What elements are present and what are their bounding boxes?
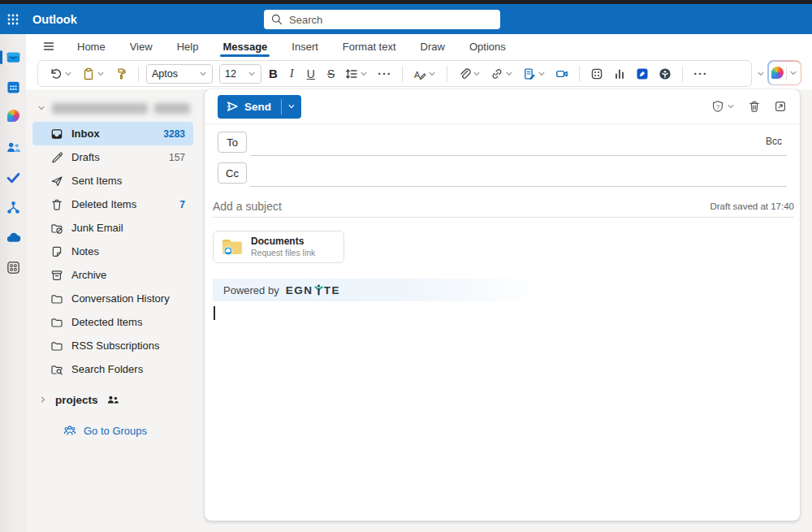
tab-home[interactable]: Home	[65, 35, 118, 58]
message-body-input[interactable]	[205, 288, 800, 521]
tab-options[interactable]: Options	[457, 35, 518, 58]
search-input[interactable]: Search	[264, 10, 500, 29]
addin-button[interactable]	[633, 65, 652, 83]
send-options-button[interactable]	[282, 95, 301, 119]
poll-button[interactable]	[610, 65, 629, 83]
sensitivity-button[interactable]: ?	[711, 100, 735, 113]
rail-apps-button[interactable]	[0, 253, 26, 283]
more-formatting-button[interactable]: ···	[374, 67, 395, 80]
insert-link-button[interactable]	[487, 65, 516, 83]
account-name-redacted	[52, 103, 148, 114]
compose-panel: Send ? To Bcc Cc Add a subject Draft sav…	[205, 89, 800, 521]
chevron-down-icon	[505, 70, 513, 78]
undo-icon	[50, 67, 63, 80]
rail-mail-button[interactable]	[0, 42, 26, 72]
collapse-ribbon-button[interactable]	[757, 70, 765, 78]
font-select[interactable]: Aptos	[146, 64, 213, 84]
underline-button[interactable]: U	[302, 67, 320, 80]
tab-format-text[interactable]: Format text	[330, 35, 408, 58]
toolbar-divider	[682, 66, 683, 82]
compose-header-actions: ?	[711, 100, 787, 113]
ribbon-tab-row: HomeViewHelpMessageInsertFormat textDraw…	[26, 34, 518, 58]
rail-todo-button[interactable]	[0, 162, 26, 192]
rail-onedrive-button[interactable]	[0, 223, 26, 253]
line-spacing-icon	[345, 67, 358, 80]
group-label: projects	[55, 394, 98, 406]
chevron-down-icon	[789, 69, 797, 77]
to-input[interactable]: Bcc	[250, 132, 787, 156]
rail-org-button[interactable]	[0, 192, 26, 223]
folder-item-rss-subscriptions[interactable]: RSS Subscriptions	[32, 334, 193, 357]
italic-button[interactable]: I	[285, 67, 299, 80]
search-folder-icon	[50, 363, 63, 376]
org-icon	[6, 200, 21, 215]
folder-item-junk-email[interactable]: Junk Email	[32, 216, 193, 240]
folder-label: Deleted Items	[71, 198, 136, 210]
folder-item-inbox[interactable]: Inbox3283	[32, 122, 193, 145]
people-small-icon	[106, 393, 119, 406]
folder-label: Inbox	[71, 128, 100, 140]
cc-input[interactable]	[250, 162, 787, 187]
rail-people-button[interactable]	[0, 132, 26, 162]
hamburger-icon	[42, 40, 55, 53]
folder-item-detected-items[interactable]: Detected Items	[32, 310, 193, 334]
chevron-down-icon	[37, 104, 45, 112]
font-size-select[interactable]: 12	[219, 64, 261, 84]
account-name-redacted	[154, 103, 190, 114]
apps-button[interactable]	[587, 65, 607, 83]
open-in-new-window-button[interactable]	[774, 100, 787, 113]
ribbon-tabs: HomeViewHelpMessageInsertFormat textDraw…	[65, 35, 518, 58]
go-to-groups-link[interactable]: Go to Groups	[63, 424, 205, 437]
send-button[interactable]: Send	[218, 95, 301, 119]
folder-item-conversation-history[interactable]: Conversation History	[32, 287, 193, 310]
rail-calendar-button[interactable]	[0, 72, 26, 102]
strikethrough-button[interactable]: S	[323, 67, 339, 80]
account-section-header[interactable]	[37, 99, 205, 117]
subject-input[interactable]: Add a subject	[213, 200, 710, 213]
cc-button[interactable]: Cc	[218, 162, 247, 184]
folder-item-deleted-items[interactable]: Deleted Items7	[32, 192, 193, 216]
folder-item-archive[interactable]: Archive	[32, 263, 193, 287]
tab-message[interactable]: Message	[210, 35, 279, 58]
folder-item-notes[interactable]: Notes	[32, 240, 193, 263]
font-size: 12	[225, 68, 236, 80]
toolbar-overflow-button[interactable]: ···	[690, 67, 710, 80]
app-title: Outlook	[32, 13, 77, 26]
addin-pin-icon	[636, 67, 649, 80]
folder-item-drafts[interactable]: Drafts157	[32, 145, 193, 169]
documents-attachment-card[interactable]: Documents Request files link	[213, 231, 344, 263]
app-header: Outlook Search	[0, 4, 812, 34]
discard-button[interactable]	[748, 100, 761, 113]
meeting-button[interactable]	[552, 65, 572, 83]
copilot-button[interactable]	[767, 60, 801, 85]
ribbon-menu-button[interactable]	[32, 35, 65, 58]
rail-copilot-button[interactable]	[0, 102, 26, 132]
to-button[interactable]: To	[218, 132, 247, 153]
tab-help[interactable]: Help	[165, 35, 211, 58]
attachment-subtitle: Request files link	[251, 248, 315, 258]
people-icon	[6, 140, 21, 155]
chevron-down-icon	[473, 70, 481, 78]
line-spacing-button[interactable]	[342, 65, 371, 83]
signature-button[interactable]	[520, 65, 549, 83]
app-rail	[0, 34, 26, 532]
signature-icon	[523, 67, 536, 80]
app-launcher-button[interactable]	[0, 4, 26, 34]
tab-insert[interactable]: Insert	[279, 35, 330, 58]
bold-button[interactable]: B	[265, 67, 282, 80]
inbox-icon	[50, 128, 63, 141]
undo-button[interactable]	[46, 65, 76, 83]
waffle-icon	[6, 13, 19, 26]
folder-item-sent-items[interactable]: Sent Items	[32, 169, 193, 192]
format-painter-button[interactable]	[111, 65, 131, 83]
attach-file-button[interactable]	[455, 65, 484, 83]
egnyte-addin-button[interactable]	[655, 65, 675, 83]
bcc-toggle[interactable]: Bcc	[766, 136, 787, 152]
poll-icon	[613, 67, 626, 80]
group-projects[interactable]: projects	[39, 393, 205, 406]
editor-options-button[interactable]: A	[410, 65, 439, 83]
folder-item-search-folders[interactable]: Search Folders	[32, 357, 193, 381]
tab-view[interactable]: View	[118, 35, 165, 58]
tab-draw[interactable]: Draw	[408, 35, 457, 58]
paste-button[interactable]	[79, 65, 108, 83]
